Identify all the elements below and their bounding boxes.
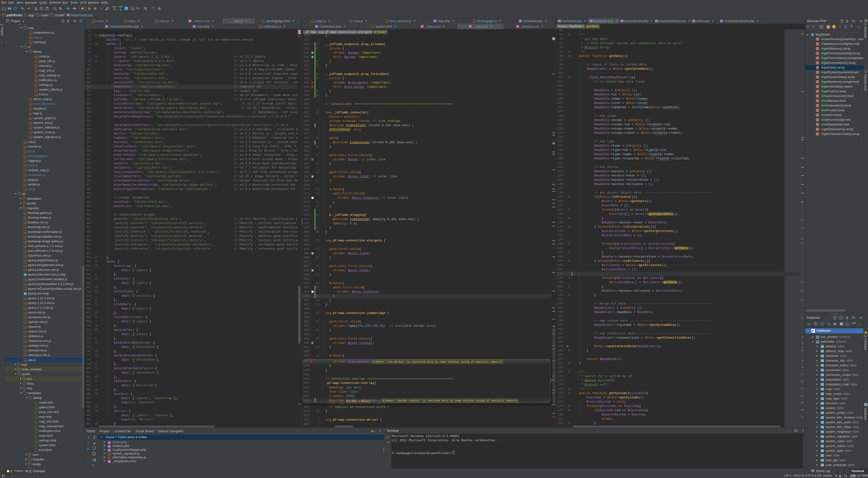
svg-text:A: A xyxy=(60,8,61,9)
svg-text:a: a xyxy=(814,26,815,27)
